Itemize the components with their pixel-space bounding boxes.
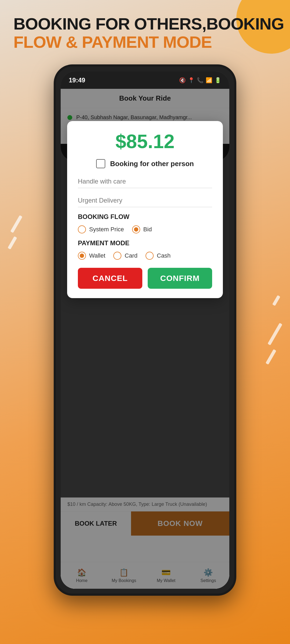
slash-5 bbox=[272, 295, 280, 306]
booking-flow-title: Booking Flow bbox=[78, 213, 212, 221]
phone-inner: 19:49 🔇 📍 📞 📶 🔋 Book Your Ride bbox=[56, 67, 234, 594]
booking-modal: $85.12 Booking for other person Book bbox=[67, 121, 223, 298]
phone-frame: 19:49 🔇 📍 📞 📶 🔋 Book Your Ride bbox=[54, 64, 236, 596]
bid-label: Bid bbox=[143, 226, 152, 233]
battery-icon: 🔋 bbox=[215, 77, 221, 83]
camera-notch bbox=[124, 76, 140, 84]
handle-care-input[interactable] bbox=[78, 175, 212, 188]
status-time: 19:49 bbox=[69, 76, 85, 84]
slash-4 bbox=[266, 349, 276, 365]
modal-action-buttons: CANCEL CONFIRM bbox=[78, 268, 212, 289]
cash-option[interactable]: Cash bbox=[146, 252, 171, 260]
header-line2: FLOW & PAYMENT MODE bbox=[13, 33, 284, 51]
header-line1: BOOKING FOR OTHERS,BOOKING bbox=[13, 15, 284, 33]
slash-1 bbox=[10, 215, 22, 233]
booking-other-checkbox[interactable] bbox=[96, 159, 105, 168]
app-background: Book Your Ride P-40, Subhash Nagar, Basu… bbox=[61, 89, 229, 589]
urgent-delivery-input[interactable] bbox=[78, 194, 212, 207]
booking-other-section: Booking for other person bbox=[78, 159, 212, 168]
payment-mode-title: PAYMENT MODE bbox=[78, 239, 212, 247]
price-display: $85.12 bbox=[78, 130, 212, 152]
header-section: BOOKING FOR OTHERS,BOOKING FLOW & PAYMEN… bbox=[13, 15, 284, 51]
confirm-button[interactable]: CONFIRM bbox=[148, 268, 212, 289]
modal-overlay: $85.12 Booking for other person Book bbox=[61, 89, 229, 589]
location-icon: 📍 bbox=[188, 77, 195, 83]
bid-radio-inner bbox=[134, 227, 138, 232]
system-price-radio[interactable] bbox=[78, 225, 86, 233]
payment-mode-section: PAYMENT MODE Wallet bbox=[78, 239, 212, 260]
wallet-label: Wallet bbox=[89, 252, 105, 259]
slash-3 bbox=[267, 323, 282, 345]
status-bar: 19:49 🔇 📍 📞 📶 🔋 bbox=[61, 71, 229, 89]
booking-other-label: Booking for other person bbox=[110, 160, 194, 168]
phone-screen: 19:49 🔇 📍 📞 📶 🔋 Book Your Ride bbox=[61, 71, 229, 589]
card-option[interactable]: Card bbox=[113, 252, 137, 260]
booking-flow-section: Booking Flow System Price bbox=[78, 213, 212, 233]
cash-label: Cash bbox=[157, 252, 171, 259]
call-icon: 📞 bbox=[197, 77, 204, 83]
card-label: Card bbox=[125, 252, 137, 259]
booking-flow-options: System Price Bid bbox=[78, 225, 212, 233]
wallet-option[interactable]: Wallet bbox=[78, 252, 105, 260]
mute-icon: 🔇 bbox=[179, 77, 186, 83]
payment-options: Wallet Card bbox=[78, 252, 212, 260]
bid-radio[interactable] bbox=[132, 225, 140, 233]
cash-radio[interactable] bbox=[146, 252, 154, 260]
system-price-option[interactable]: System Price bbox=[78, 225, 124, 233]
wallet-radio[interactable] bbox=[78, 252, 86, 260]
cancel-button[interactable]: CANCEL bbox=[78, 268, 142, 289]
system-price-label: System Price bbox=[89, 226, 124, 233]
bid-option[interactable]: Bid bbox=[132, 225, 152, 233]
wifi-icon: 📶 bbox=[206, 77, 212, 83]
card-radio[interactable] bbox=[113, 252, 121, 260]
status-icons: 🔇 📍 📞 📶 🔋 bbox=[179, 77, 221, 83]
slash-2 bbox=[8, 236, 17, 249]
wallet-radio-inner bbox=[80, 254, 84, 258]
